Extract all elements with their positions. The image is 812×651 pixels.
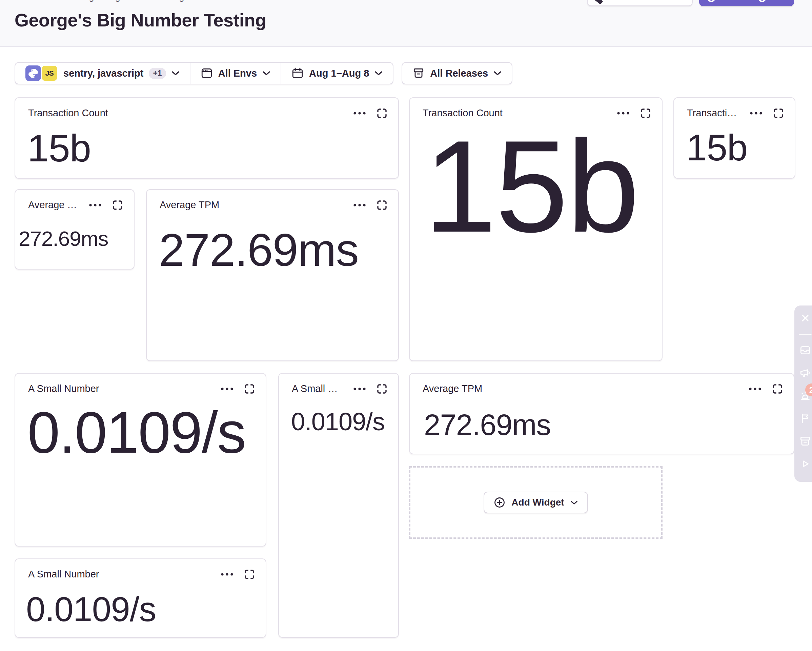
top-button-secondary[interactable] xyxy=(587,0,693,6)
date-range-filter-label: Aug 1–Aug 8 xyxy=(309,68,369,79)
widget-menu-button[interactable] xyxy=(353,387,366,391)
widget-value: 15b xyxy=(674,129,795,166)
expand-icon xyxy=(772,384,783,394)
close-icon xyxy=(800,312,811,324)
expand-icon xyxy=(377,108,388,119)
release-filter-label: All Releases xyxy=(430,68,488,79)
page-header: Dashboards / George's Big Number Testing… xyxy=(0,0,812,47)
widget-average-tpm-wide: Average TPM 272.69ms xyxy=(409,373,794,454)
ellipsis-icon xyxy=(353,112,366,115)
play-icon xyxy=(799,458,811,470)
javascript-icon-label: JS xyxy=(46,69,54,77)
widget-title: Transaction Count xyxy=(687,107,740,119)
widget-expand-button[interactable] xyxy=(112,200,123,211)
feedback-button[interactable] xyxy=(799,412,811,425)
divider xyxy=(799,334,812,335)
environment-filter-label: All Envs xyxy=(218,68,257,79)
window-icon xyxy=(201,67,213,79)
expand-icon xyxy=(377,384,388,394)
top-button-primary[interactable] xyxy=(699,0,794,6)
widget-header: Average TPM xyxy=(147,190,398,211)
megaphone-icon xyxy=(799,367,811,379)
inbox-button[interactable] xyxy=(799,344,811,356)
ellipsis-icon xyxy=(220,573,234,576)
releases-box-icon xyxy=(412,67,424,79)
filter-group: JS sentry, javascript +1 All Envs Aug 1–… xyxy=(15,62,394,84)
widget-value: 0.0109/s xyxy=(15,592,266,627)
widget-header: A Small Number xyxy=(15,374,266,394)
widget-menu-button[interactable] xyxy=(220,573,234,576)
releases-button[interactable] xyxy=(799,435,811,447)
expand-icon xyxy=(244,384,255,394)
widget-expand-button[interactable] xyxy=(773,108,784,119)
pencil-icon xyxy=(595,0,603,5)
widget-menu-button[interactable] xyxy=(748,387,762,391)
inbox-icon xyxy=(799,344,811,356)
close-button[interactable] xyxy=(800,312,811,324)
widget-small-number-tall: A Small Number 0.0109/s xyxy=(278,373,399,638)
widget-transaction-count-compact: Transaction Count 15b xyxy=(673,97,795,179)
chevron-down-icon xyxy=(570,500,578,505)
project-filter-label: sentry, javascript xyxy=(63,68,143,79)
widget-value: 15b xyxy=(15,129,398,168)
alerts-button[interactable]: 2 xyxy=(799,390,811,402)
widget-average-tpm-compact: Average TPM 272.69ms xyxy=(15,189,134,270)
widget-expand-button[interactable] xyxy=(244,384,255,394)
widget-expand-button[interactable] xyxy=(377,108,388,119)
widget-value: 272.69ms xyxy=(147,227,398,273)
environment-filter[interactable]: All Envs xyxy=(190,63,281,84)
project-filter[interactable]: JS sentry, javascript +1 xyxy=(15,63,190,84)
widget-menu-button[interactable] xyxy=(749,112,763,115)
widget-expand-button[interactable] xyxy=(377,384,388,394)
widget-value: 0.0109/s xyxy=(15,403,266,462)
expand-icon xyxy=(244,569,255,580)
widget-title: Average TPM xyxy=(28,199,79,211)
widget-menu-button[interactable] xyxy=(353,112,366,115)
widget-title: Transaction Count xyxy=(28,107,343,119)
widget-title: Average TPM xyxy=(160,199,343,211)
date-range-filter[interactable]: Aug 1–Aug 8 xyxy=(281,63,393,84)
widget-header: Transaction Count xyxy=(15,98,398,119)
chevron-down-icon xyxy=(374,71,383,76)
whats-new-button[interactable] xyxy=(799,367,811,379)
chevron-down-icon xyxy=(262,71,270,76)
breadcrumb: Dashboards / George's Big Number Testing xyxy=(15,0,184,2)
filter-bar: JS sentry, javascript +1 All Envs Aug 1–… xyxy=(15,62,513,84)
widget-menu-button[interactable] xyxy=(89,203,102,207)
widget-title: A Small Number xyxy=(28,568,211,580)
ellipsis-icon xyxy=(353,203,366,207)
ellipsis-icon xyxy=(749,112,763,115)
button-glyph-icon xyxy=(707,0,716,2)
widget-menu-button[interactable] xyxy=(353,203,366,207)
widget-header: Average TPM xyxy=(15,190,134,211)
expand-icon xyxy=(773,108,784,119)
plus-circle-icon xyxy=(494,497,505,508)
widget-expand-button[interactable] xyxy=(640,108,651,119)
widget-expand-button[interactable] xyxy=(772,384,783,394)
expand-icon xyxy=(377,200,388,211)
widget-title: A Small Number xyxy=(292,383,343,394)
widget-title: A Small Number xyxy=(28,383,211,394)
add-widget-button[interactable]: Add Widget xyxy=(484,492,588,513)
widget-expand-button[interactable] xyxy=(244,569,255,580)
widget-header: A Small Number xyxy=(279,374,398,394)
widget-small-number: A Small Number 0.0109/s xyxy=(15,373,266,547)
flag-icon xyxy=(799,412,811,425)
add-widget-dropzone: Add Widget xyxy=(409,466,662,539)
widget-transaction-count-big: Transaction Count 15b xyxy=(409,97,662,361)
widget-title: Average TPM xyxy=(423,383,739,394)
page-title: George's Big Number Testing xyxy=(15,9,266,31)
release-filter[interactable]: All Releases xyxy=(401,62,513,84)
widget-expand-button[interactable] xyxy=(377,200,388,211)
widget-header: Average TPM xyxy=(410,374,794,394)
widget-transaction-count-wide: Transaction Count 15b xyxy=(15,97,399,179)
widget-menu-button[interactable] xyxy=(220,387,234,391)
widget-header: A Small Number xyxy=(15,559,266,580)
chevron-down-icon xyxy=(493,71,502,76)
walkthrough-button[interactable] xyxy=(799,458,811,470)
dashboard-page: Dashboards / George's Big Number Testing… xyxy=(0,0,812,651)
javascript-icon: JS xyxy=(41,65,58,82)
widget-small-number-bottom: A Small Number 0.0109/s xyxy=(15,558,266,638)
widget-header: Transaction Count xyxy=(674,98,795,119)
add-widget-label: Add Widget xyxy=(511,497,564,508)
